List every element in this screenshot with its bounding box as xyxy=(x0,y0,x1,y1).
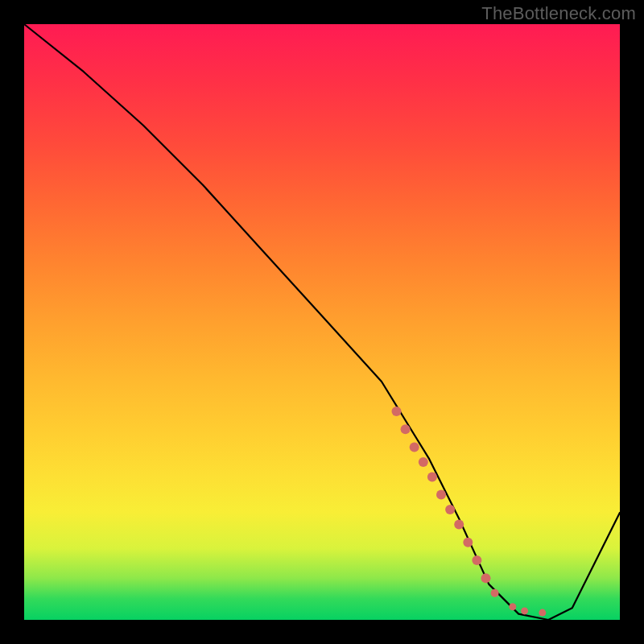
highlight-dot xyxy=(410,442,419,452)
highlight-dot xyxy=(521,607,528,614)
highlight-dot xyxy=(392,407,402,416)
highlight-dot xyxy=(463,538,473,547)
watermark-text: TheBottleneck.com xyxy=(481,3,636,24)
chart-svg xyxy=(24,24,620,620)
plot-area xyxy=(24,24,620,620)
highlight-dot xyxy=(472,555,481,565)
bottleneck-curve xyxy=(24,24,620,620)
highlight-dot xyxy=(401,424,411,434)
highlight-dot xyxy=(419,457,428,467)
highlight-dots xyxy=(392,407,547,617)
highlight-dot xyxy=(427,472,437,481)
highlight-dot xyxy=(509,603,516,610)
chart-frame: TheBottleneck.com xyxy=(0,0,644,644)
highlight-dot xyxy=(539,609,546,617)
highlight-dot xyxy=(436,490,446,500)
highlight-dot xyxy=(454,520,464,530)
highlight-dot xyxy=(491,589,499,597)
highlight-dot xyxy=(445,505,455,514)
highlight-dot xyxy=(481,573,491,583)
